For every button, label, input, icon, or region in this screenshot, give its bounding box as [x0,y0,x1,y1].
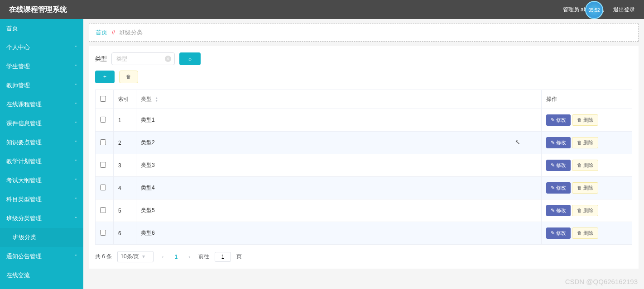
edit-icon: ✎ [551,162,555,168]
trash-icon: 🗑 [577,117,582,123]
edit-button[interactable]: ✎ 修改 [546,114,571,126]
row-index: 5 [114,199,136,222]
sidebar-item[interactable]: 考试大纲管理˅ [0,171,83,190]
sidebar-item[interactable]: 知识要点管理˅ [0,133,83,152]
search-icon: ⌕ [188,56,192,62]
search-button[interactable]: ⌕ [179,52,201,65]
edit-icon: ✎ [551,140,555,145]
sidebar-subitem[interactable]: 班级分类 [0,228,83,247]
row-index: 2 [114,132,136,154]
chevron-down-icon: ˅ [75,83,77,88]
sidebar-item[interactable]: 个人中心˅ [0,38,83,57]
current-page[interactable]: 1 [172,254,180,260]
chevron-down-icon: ˅ [75,64,77,69]
clear-icon[interactable]: ✕ [165,56,171,62]
goto-suffix: 页 [236,253,242,261]
table-row: 6类型6✎ 修改 🗑 删除 [96,222,632,245]
row-checkbox[interactable] [100,185,106,190]
data-table: 索引 类型 ▲▼ 操作 1类型1✎ 修改 🗑 删除2类型2✎ 修改 🗑 删除3类… [95,90,632,245]
edit-icon: ✎ [551,208,555,213]
sidebar-item[interactable]: 首页 [0,19,83,38]
main-content: 首页 // 班级分类 类型 ✕ ⌕ + 🗑 [83,19,644,289]
row-checkbox[interactable] [100,162,106,168]
sidebar-item-label: 班级分类管理 [6,214,42,223]
header-bar: 在线课程管理系统 管理员 abo 退 退出登录 05:52 [0,0,644,19]
header-action: 操作 [542,90,632,109]
row-checkbox[interactable] [100,117,106,123]
chevron-down-icon: ˅ [75,102,77,107]
trash-icon: 🗑 [577,162,582,168]
sidebar-item-label: 考试大纲管理 [6,176,42,185]
sidebar-item[interactable]: 系统管理˅ [0,285,83,289]
app-title: 在线课程管理系统 [9,5,67,14]
filter-row: 类型 ✕ ⌕ [95,52,632,65]
sidebar-item-label: 教学计划管理 [6,157,42,166]
goto-page-input[interactable] [215,252,231,262]
add-button[interactable]: + [95,71,115,83]
header-checkbox-cell [96,90,114,109]
delete-button[interactable]: 🗑 删除 [572,182,598,194]
delete-button[interactable]: 🗑 删除 [572,205,598,216]
table-row: 3类型3✎ 修改 🗑 删除 [96,154,632,177]
row-type: 类型2 [136,132,542,154]
breadcrumb-home[interactable]: 首页 [96,29,107,36]
table-row: 4类型4✎ 修改 🗑 删除 [96,177,632,199]
pagesize-select[interactable]: 10条/页 ▾ [117,251,154,262]
chevron-down-icon: ˅ [75,178,77,183]
chevron-down-icon: ˅ [75,159,77,164]
edit-button[interactable]: ✎ 修改 [546,137,571,148]
edit-icon: ✎ [551,117,555,123]
delete-button[interactable]: 🗑 删除 [572,160,598,171]
batch-delete-button[interactable]: 🗑 [119,71,138,83]
sidebar: 首页个人中心˅学生管理˅教师管理˅在线课程管理˅课件信息管理˅知识要点管理˅教学… [0,19,83,289]
chevron-down-icon: ˅ [75,254,77,259]
sidebar-item[interactable]: 课件信息管理˅ [0,114,83,133]
delete-button[interactable]: 🗑 删除 [572,137,598,148]
prev-page[interactable]: ‹ [159,254,166,260]
row-type: 类型1 [136,109,542,132]
trash-icon: 🗑 [577,208,582,213]
goto-prefix: 前往 [198,253,209,261]
chevron-down-icon: ▾ [142,253,145,260]
sidebar-item-label: 个人中心 [6,43,30,52]
row-checkbox[interactable] [100,230,106,236]
row-checkbox[interactable] [100,207,106,213]
sort-icon: ▲▼ [155,97,158,102]
delete-button[interactable]: 🗑 删除 [572,227,598,239]
breadcrumb-current: 班级分类 [119,29,143,36]
trash-icon: 🗑 [577,140,582,145]
trash-icon: 🗑 [577,230,582,236]
sidebar-item[interactable]: 班级分类管理˄ [0,209,83,228]
delete-button[interactable]: 🗑 删除 [572,114,598,126]
row-type: 类型4 [136,177,542,199]
row-index: 3 [114,154,136,177]
sidebar-item[interactable]: 在线交流 [0,266,83,285]
sidebar-item[interactable]: 在线课程管理˅ [0,95,83,114]
edit-button[interactable]: ✎ 修改 [546,160,571,171]
row-checkbox[interactable] [100,139,106,145]
edit-icon: ✎ [551,230,555,236]
table-row: 2类型2✎ 修改 🗑 删除 [96,132,632,154]
sidebar-item[interactable]: 学生管理˅ [0,57,83,76]
table-row: 1类型1✎ 修改 🗑 删除 [96,109,632,132]
action-row: + 🗑 [95,71,632,83]
edit-button[interactable]: ✎ 修改 [546,205,571,216]
trash-icon: 🗑 [577,185,582,190]
content-panel: 类型 ✕ ⌕ + 🗑 [89,46,639,269]
sidebar-item[interactable]: 教学计划管理˅ [0,152,83,171]
sidebar-item-label: 学生管理 [6,62,30,71]
select-all-checkbox[interactable] [100,96,106,102]
sidebar-item[interactable]: 科目类型管理˅ [0,190,83,209]
logout-link[interactable]: 退出登录 [613,6,635,14]
sidebar-item[interactable]: 教师管理˅ [0,76,83,95]
total-text: 共 6 条 [95,253,112,261]
header-type-label: 类型 [141,96,152,102]
header-type[interactable]: 类型 ▲▼ [136,90,542,109]
chevron-down-icon: ˅ [75,121,77,126]
edit-button[interactable]: ✎ 修改 [546,227,571,239]
next-page[interactable]: › [186,254,193,260]
sidebar-item[interactable]: 通知公告管理˅ [0,247,83,266]
trash-icon: 🗑 [126,74,131,80]
breadcrumb: 首页 // 班级分类 [89,24,639,42]
edit-button[interactable]: ✎ 修改 [546,182,571,194]
